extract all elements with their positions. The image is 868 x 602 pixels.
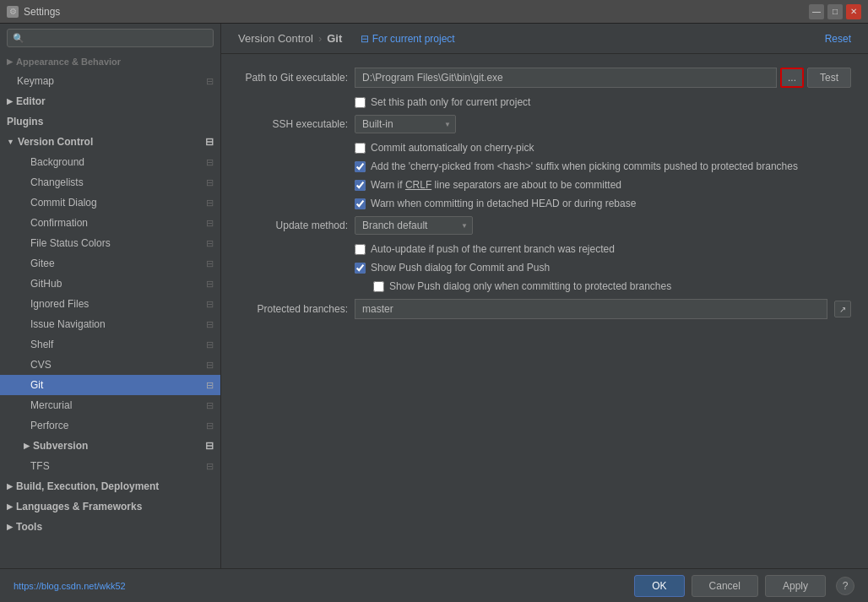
sidebar-item-cvs[interactable]: CVS ⊟ [0,355,220,375]
minimize-button[interactable]: — [809,4,824,19]
update-method-select[interactable]: Branch default Merge Rebase [355,216,473,235]
sidebar-item-background[interactable]: Background ⊟ [0,152,220,172]
sidebar-item-gitee[interactable]: Gitee ⊟ [0,253,220,274]
auto-commit-checkbox[interactable] [355,143,366,154]
title-bar: ⚙ Settings — □ ✕ [0,0,868,24]
sidebar-item-mercurial[interactable]: Mercurial ⊟ [0,395,220,415]
breadcrumb-part-1: Version Control [238,32,313,45]
sidebar-item-label: Background [30,156,206,168]
auto-update-row: Auto-update if push of the current branc… [238,243,851,255]
auto-commit-row: Commit automatically on cherry-pick [238,142,851,154]
sidebar-item-github[interactable]: GitHub ⊟ [0,274,220,294]
sidebar-item-shelf[interactable]: Shelf ⊟ [0,334,220,355]
sidebar-item-appearance[interactable]: ▶ Appearance & Behavior [0,52,220,71]
sidebar-item-commit-dialog[interactable]: Commit Dialog ⊟ [0,193,220,213]
test-button[interactable]: Test [807,68,851,88]
sidebar-item-issue-navigation[interactable]: Issue Navigation ⊟ [0,314,220,334]
sidebar-item-label: Editor [16,95,46,107]
set-path-row: Set this path only for current project [238,96,851,108]
sidebar-item-confirmation[interactable]: Confirmation ⊟ [0,213,220,233]
cancel-button[interactable]: Cancel [692,575,758,597]
sidebar-item-label: Commit Dialog [30,197,206,209]
show-push-checkbox[interactable] [355,263,366,274]
search-input[interactable] [28,32,208,44]
arrow-icon: ▶ [24,442,30,450]
warn-crlf-checkbox[interactable] [355,180,366,191]
cherry-picked-checkbox[interactable] [355,161,366,172]
help-button[interactable]: ? [836,577,854,595]
config-icon: ⊟ [206,177,214,188]
sidebar-item-changelists[interactable]: Changelists ⊟ [0,172,220,193]
sidebar-item-label: CVS [30,359,206,371]
sidebar-item-label: Issue Navigation [30,318,206,330]
path-label: Path to Git executable: [238,72,348,84]
project-link[interactable]: ⊟ For current project [361,33,454,45]
sidebar-item-plugins[interactable]: Plugins [0,111,220,132]
warn-crlf-label: Warn if CRLF line separators are about t… [371,179,621,191]
footer: https://blog.csdn.net/wkk52 OK Cancel Ap… [0,568,868,602]
warn-detached-row: Warn when committing in detached HEAD or… [238,198,851,209]
sidebar-item-build[interactable]: ▶ Build, Execution, Deployment [0,476,220,496]
update-method-select-wrapper: Branch default Merge Rebase [355,216,473,235]
config-icon: ⊟ [206,461,214,472]
expand-button[interactable]: ↗ [834,301,851,317]
cherry-picked-row: Add the 'cherry-picked from <hash>' suff… [238,160,851,172]
protected-branches-label: Protected branches: [238,303,348,315]
sidebar-item-languages[interactable]: ▶ Languages & Frameworks [0,496,220,517]
arrow-icon: ▶ [7,97,13,106]
protected-branches-input[interactable] [355,299,827,319]
sidebar-item-label: Keymap [17,75,206,87]
title-bar-controls: — □ ✕ [809,4,861,19]
app-icon: ⚙ [7,6,19,18]
close-button[interactable]: ✕ [846,4,861,19]
config-icon: ⊟ [206,319,214,330]
config-icon: ⊟ [206,400,214,411]
breadcrumb-part-2: Git [327,32,342,45]
sidebar-item-git[interactable]: Git ⊟ [0,375,220,395]
sidebar-item-label: Subversion [33,440,88,452]
sidebar-item-perforce[interactable]: Perforce ⊟ [0,415,220,436]
warn-crlf-row: Warn if CRLF line separators are about t… [238,179,851,191]
test-label: Test [820,72,838,84]
set-path-checkbox[interactable] [355,97,366,108]
sidebar-item-tools[interactable]: ▶ Tools [0,517,220,537]
sidebar-item-subversion[interactable]: ▶ Subversion ⊟ [0,436,220,456]
sidebar-item-label: Appearance & Behavior [16,57,121,67]
sidebar-item-editor[interactable]: ▶ Editor [0,91,220,111]
path-input[interactable] [355,68,777,88]
sidebar-item-file-status-colors[interactable]: File Status Colors ⊟ [0,233,220,253]
config-icon: ⊟ [206,279,214,290]
sidebar-item-label: Shelf [30,339,206,350]
auto-update-label: Auto-update if push of the current branc… [371,243,615,255]
reset-button[interactable]: Reset [825,33,851,45]
sidebar-item-keymap[interactable]: Keymap ⊟ [0,71,220,91]
sidebar-item-label: Perforce [30,420,206,431]
show-push-row: Show Push dialog for Commit and Push [238,262,851,274]
ssh-row: SSH executable: Built-in Native System [238,115,851,133]
config-icon: ⊟ [206,420,214,431]
ok-button[interactable]: OK [634,575,684,597]
push-protected-checkbox[interactable] [373,281,384,292]
ssh-select-wrapper: Built-in Native System [355,115,456,133]
arrow-icon: ▶ [7,57,13,66]
update-method-row: Update method: Branch default Merge Reba… [238,216,851,235]
breadcrumb-separator: › [318,32,322,45]
sidebar-item-tfs[interactable]: TFS ⊟ [0,456,220,476]
show-push-label: Show Push dialog for Commit and Push [371,262,550,274]
sidebar-item-label: TFS [30,460,206,472]
config-icon: ⊟ [206,238,214,249]
auto-update-checkbox[interactable] [355,244,366,255]
ssh-select[interactable]: Built-in Native System [355,115,456,133]
push-protected-row: Show Push dialog only when committing to… [238,280,851,292]
sidebar-item-ignored-files[interactable]: Ignored Files ⊟ [0,294,220,314]
apply-button[interactable]: Apply [765,575,826,597]
content-header: Version Control › Git ⊟ For current proj… [221,24,868,54]
config-icon: ⊟ [206,380,214,391]
sidebar-item-label: Tools [16,521,42,533]
warn-detached-checkbox[interactable] [355,198,366,209]
sidebar-item-version-control[interactable]: ▼ Version Control ⊟ [0,132,220,152]
browse-button[interactable]: ... [780,68,804,88]
maximize-button[interactable]: □ [827,4,843,19]
form-content: Path to Git executable: ... Test Set thi… [221,54,868,341]
config-icon: ⊟ [206,218,214,229]
